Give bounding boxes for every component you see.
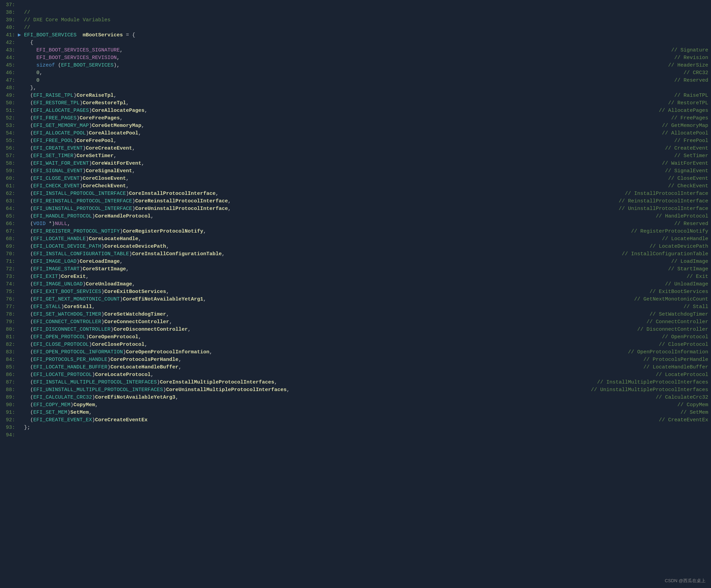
code-line: 58: (EFI_WAIT_FOR_EVENT)CoreWaitForEvent… [0,160,711,167]
line-comment: // StartImage [654,266,708,273]
line-comment: // InstallConfigurationTable [608,250,708,258]
line-content: (EFI_IMAGE_LOAD)CoreLoadImage, [24,258,657,266]
line-content: (EFI_CREATE_EVENT_EX)CoreCreateEventEx [24,416,645,424]
line-number: 91: [0,409,18,416]
line-number: 55: [0,137,18,145]
line-number: 88: [0,386,18,394]
line-comment: // ExitBootServices [636,288,708,296]
line-number: 49: [0,92,18,99]
line-content: (EFI_CREATE_EVENT)CoreCreateEvent, [24,145,651,152]
line-number: 37: [0,1,18,9]
line-content: (EFI_ALLOCATE_POOL)CoreAllocatePool, [24,130,648,137]
code-line: 45: sizeof (EFI_BOOT_SERVICES),// Header… [0,62,711,69]
line-comment: // OpenProtocol [648,333,708,341]
line-comment: // WaitForEvent [648,160,708,167]
code-line: 62: (EFI_INSTALL_PROTOCOL_INTERFACE)Core… [0,190,711,198]
code-line: 52: (EFI_FREE_PAGES)CoreFreePages,// Fre… [0,115,711,122]
line-content: (EFI_DISCONNECT_CONTROLLER)CoreDisconnec… [24,326,623,333]
line-number: 75: [0,288,18,296]
line-number: 56: [0,145,18,152]
code-line: 64: (EFI_UNINSTALL_PROTOCOL_INTERFACE)Co… [0,205,711,213]
code-container: 37:38:// 39:// DXE Core Module Variables… [0,0,711,440]
code-line: 37: [0,1,711,9]
line-number: 64: [0,205,18,213]
code-line: 86: (EFI_LOCATE_PROTOCOL)CoreLocateProto… [0,371,711,379]
line-comment: // SetTimer [661,152,708,160]
line-number: 90: [0,401,18,409]
line-content: (EFI_LOCATE_PROTOCOL)CoreLocateProtocol, [24,371,642,379]
line-content: (EFI_LOCATE_HANDLE_BUFFER)CoreLocateHand… [24,364,630,371]
line-content: (EFI_UNINSTALL_PROTOCOL_INTERFACE)CoreUn… [24,205,605,213]
code-line: 48: }, [0,84,711,92]
line-number: 84: [0,356,18,364]
line-number: 39: [0,16,18,24]
line-content: 0, [24,69,670,77]
line-content: (EFI_IMAGE_UNLOAD)CoreUnloadImage, [24,281,651,288]
line-comment: // RestoreTPL [654,99,708,107]
line-number: 63: [0,198,18,205]
line-content: (EFI_FREE_PAGES)CoreFreePages, [24,115,657,122]
code-line: 57: (EFI_SET_TIMER)CoreSetTimer,// SetTi… [0,152,711,160]
line-comment: // ReinstallProtocolInterface [605,198,708,205]
line-number: 58: [0,160,18,167]
code-line: 75: (EFI_EXIT_BOOT_SERVICES)CoreExitBoot… [0,288,711,296]
line-number: 94: [0,432,18,439]
line-content: (EFI_CHECK_EVENT)CoreCheckEvent, [24,183,654,190]
code-line: 63: (EFI_REINSTALL_PROTOCOL_INTERFACE)Co… [0,198,711,205]
line-comment: // SetMem [667,409,708,416]
line-number: 47: [0,77,18,84]
code-line: 92: (EFI_CREATE_EVENT_EX)CoreCreateEvent… [0,416,711,424]
line-comment: // LocateHandle [648,235,708,243]
line-content: (EFI_HANDLE_PROTOCOL)CoreHandleProtocol, [24,213,642,220]
line-number: 42: [0,39,18,47]
line-comment: // GetNextMonotonicCount [620,296,708,303]
line-comment: // LocateDevicePath [636,243,708,250]
line-comment: // UnloadImage [651,281,708,288]
line-comment: // CopyMem [664,401,708,409]
line-content: (EFI_INSTALL_PROTOCOL_INTERFACE)CoreInst… [24,190,611,198]
code-line: 54: (EFI_ALLOCATE_POOL)CoreAllocatePool,… [0,130,711,137]
line-comment: // DisconnectController [623,326,708,333]
line-number: 83: [0,349,18,356]
line-comment: // CheckEvent [654,183,708,190]
line-number: 67: [0,228,18,235]
code-line: 94: [0,432,711,439]
line-number: 52: [0,115,18,122]
line-content: }, [24,84,708,92]
line-number: 61: [0,183,18,190]
line-comment: // HeaderSize [654,62,708,69]
line-number: 40: [0,24,18,32]
line-content: (EFI_EXIT)CoreExit, [24,273,673,281]
code-line: 83: (EFI_OPEN_PROTOCOL_INFORMATION)CoreO… [0,349,711,356]
line-number: 43: [0,47,18,54]
line-comment: // FreePool [661,137,708,145]
line-number: 70: [0,250,18,258]
code-line: 43: EFI_BOOT_SERVICES_SIGNATURE,// Signa… [0,47,711,54]
line-number: 62: [0,190,18,198]
line-comment: // GetMemoryMap [648,122,708,130]
line-number: 57: [0,152,18,160]
line-number: 78: [0,311,18,318]
line-content: (EFI_PROTOCOLS_PER_HANDLE)CoreProtocolsP… [24,356,630,364]
line-comment: // UninstallProtocolInterface [605,205,708,213]
line-comment: // AllocatePages [645,107,708,115]
line-content: (EFI_SET_MEM)SetMem, [24,409,667,416]
line-comment: // ConnectController [633,318,708,326]
line-comment: // CloseEvent [654,175,708,183]
line-number: 66: [0,220,18,228]
line-comment: // ProtocolsPerHandle [630,356,708,364]
code-line: 66: (VOID *)NULL,// Reserved [0,220,711,228]
line-number: 73: [0,273,18,281]
code-line: 40:// [0,24,711,32]
line-content: (EFI_LOCATE_HANDLE)CoreLocateHandle, [24,235,648,243]
code-line: 47: 0// Reserved [0,77,711,84]
code-line: 56: (EFI_CREATE_EVENT)CoreCreateEvent,//… [0,145,711,152]
line-content: (EFI_INSTALL_CONFIGURATION_TABLE)CoreIns… [24,250,608,258]
code-line: 72: (EFI_IMAGE_START)CoreStartImage,// S… [0,266,711,273]
line-comment: // HandleProtocol [642,213,708,220]
line-content: (EFI_OPEN_PROTOCOL_INFORMATION)CoreOpenP… [24,349,614,356]
line-number: 81: [0,333,18,341]
line-content: (EFI_SIGNAL_EVENT)CoreSignalEvent, [24,167,651,175]
code-line: 84: (EFI_PROTOCOLS_PER_HANDLE)CoreProtoc… [0,356,711,364]
line-content: (EFI_INSTALL_MULTIPLE_PROTOCOL_INTERFACE… [24,379,583,386]
